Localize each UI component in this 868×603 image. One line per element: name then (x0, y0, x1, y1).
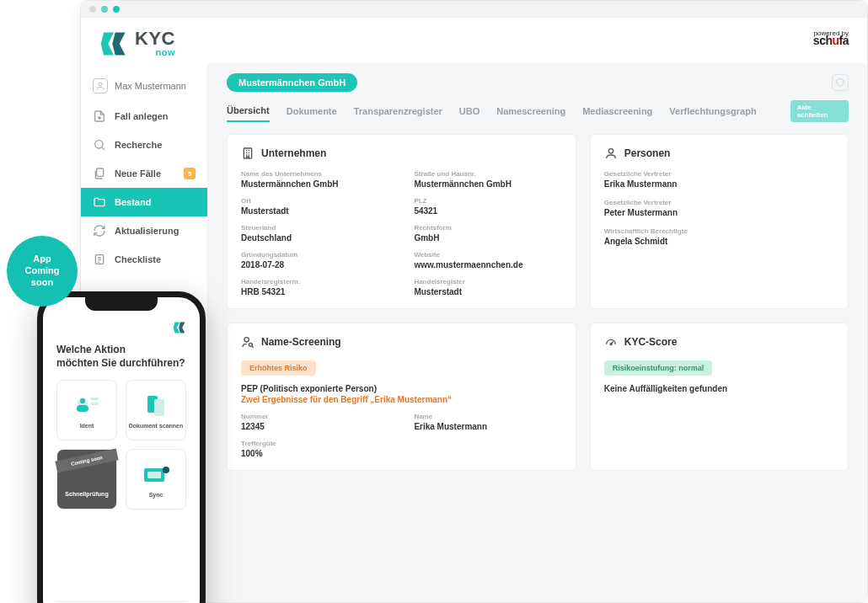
tab-dokumente[interactable]: Dokumente (287, 101, 337, 121)
card-personen: Personen Gesetzliche VertreterErika Must… (590, 134, 849, 309)
sidebar-item-checkliste[interactable]: Checkliste (81, 245, 207, 274)
edit-button[interactable] (832, 74, 849, 91)
phone-card-scan[interactable]: Dokument scannen (126, 380, 186, 440)
phone-card-schnellpruefung[interactable]: Coming soon Schnellprüfung (56, 449, 117, 510)
tab-namescreening[interactable]: Namescreening (496, 101, 565, 121)
tab-uebersicht[interactable]: Übersicht (227, 100, 270, 122)
user-icon (604, 147, 618, 160)
phone-notch (85, 297, 158, 311)
person-item: Gesetzliche VertreterErika Mustermann (604, 170, 834, 189)
svg-rect-13 (90, 403, 99, 405)
sidebar-item-neue-faelle[interactable]: Neue Fälle 5 (81, 159, 207, 188)
phone-title: Welche Aktionmöchten Sie durchführen? (56, 343, 186, 370)
user-row[interactable]: Max Mustermann (81, 72, 207, 102)
phone-card-sync[interactable]: Sync (126, 449, 186, 510)
user-search-icon (241, 335, 255, 349)
sidebar-item-label: Bestand (115, 197, 151, 207)
pep-title: PEP (Politisch exponierte Person) (241, 384, 562, 393)
topbar: KYC now powered by schufa (81, 18, 867, 63)
sidebar-item-label: Aktualisierung (115, 226, 179, 236)
card-title: Name-Screening (261, 336, 341, 348)
svg-point-10 (80, 398, 85, 403)
traffic-light-icon (101, 6, 108, 13)
close-file-button[interactable]: Akte schließen (790, 100, 849, 122)
refresh-icon (93, 224, 106, 237)
phone-card-ident[interactable]: Ident (56, 380, 117, 440)
file-plus-icon (93, 109, 106, 123)
sync-icon (139, 462, 173, 488)
app-logo: KYC now (99, 29, 175, 58)
sidebar-badge: 5 (184, 168, 196, 179)
building-icon (241, 147, 255, 160)
risk-badge: Risikoeinstufung: normal (604, 360, 713, 376)
sidebar-item-recherche[interactable]: Recherche (81, 131, 207, 159)
card-title: Personen (624, 147, 671, 159)
shield-icon (835, 77, 845, 88)
svg-point-5 (608, 149, 613, 153)
pep-subtitle: Zwei Ergebnisse für den Begriff „Erika M… (241, 395, 562, 404)
coming-soon-bubble: App Coming soon (7, 236, 78, 307)
sidebar-item-label: Fall anlegen (115, 111, 169, 121)
ident-icon (70, 392, 104, 419)
svg-rect-11 (77, 405, 88, 412)
ribbon: Coming soon (55, 449, 118, 473)
svg-point-7 (249, 343, 252, 346)
logo-mark-icon (173, 321, 186, 334)
tabs: Übersicht Dokumente Transparenzregister … (227, 100, 849, 122)
traffic-light-icon (113, 6, 120, 13)
svg-rect-2 (97, 168, 104, 176)
tab-verflechtungsgraph[interactable]: Verflechtungsgraph (669, 101, 756, 121)
logo-mark-icon (99, 29, 128, 58)
risk-badge: Erhöhtes Risiko (241, 360, 316, 376)
checklist-icon (93, 253, 106, 266)
traffic-light-icon (89, 6, 96, 13)
gauge-icon (604, 335, 618, 349)
svg-rect-17 (147, 472, 161, 478)
sidebar-item-label: Neue Fälle (115, 168, 161, 179)
kyc-text: Keine Auffälligkeiten gefunden (604, 384, 834, 393)
main-panel: Mustermännchen GmbH Übersicht Dokumente … (207, 63, 867, 602)
sidebar-item-bestand[interactable]: Bestand (81, 188, 207, 216)
tab-mediascreening[interactable]: Mediascreening (582, 101, 652, 121)
svg-point-1 (95, 141, 103, 148)
powered-brand: schufa (813, 37, 849, 45)
svg-rect-12 (90, 398, 99, 400)
powered-by: powered by schufa (813, 29, 849, 45)
svg-point-18 (163, 467, 169, 473)
document-scan-icon (139, 392, 173, 419)
card-title: Unternehmen (261, 147, 326, 159)
person-item: Wirtschaftlich BerechtigteAngela Schmidt (604, 227, 834, 246)
files-icon (93, 167, 106, 180)
company-pill: Mustermännchen GmbH (227, 73, 357, 92)
card-unternehmen: Unternehmen Name des UnternehmensMusterm… (227, 134, 576, 309)
sidebar-item-label: Recherche (115, 140, 162, 150)
svg-point-6 (244, 338, 249, 342)
user-name: Max Mustermann (115, 81, 186, 91)
person-item: Gesetzliche VertreterPeter Mustermann (604, 199, 834, 217)
logo-text-kyc: KYC (135, 30, 175, 47)
search-icon (93, 138, 106, 152)
card-title: KYC-Score (624, 336, 678, 348)
user-avatar-icon (93, 78, 108, 93)
phone-logo (56, 321, 186, 334)
card-namescreening: Name-Screening Erhöhtes Risiko PEP (Poli… (227, 323, 576, 471)
phone-mock: Welche Aktionmöchten Sie durchführen? Id… (37, 291, 206, 603)
sidebar-item-label: Checkliste (115, 254, 161, 264)
sidebar-item-fall-anlegen[interactable]: Fall anlegen (81, 102, 207, 131)
sidebar-item-aktualisierung[interactable]: Aktualisierung (81, 216, 207, 245)
folder-icon (93, 195, 106, 209)
svg-rect-15 (154, 399, 164, 416)
card-kyc-score: KYC-Score Risikoeinstufung: normal Keine… (590, 323, 849, 471)
tab-transparenzregister[interactable]: Transparenzregister (354, 101, 442, 121)
window-titlebar (81, 1, 867, 18)
svg-point-0 (99, 83, 102, 86)
tab-ubo[interactable]: UBO (459, 101, 480, 121)
